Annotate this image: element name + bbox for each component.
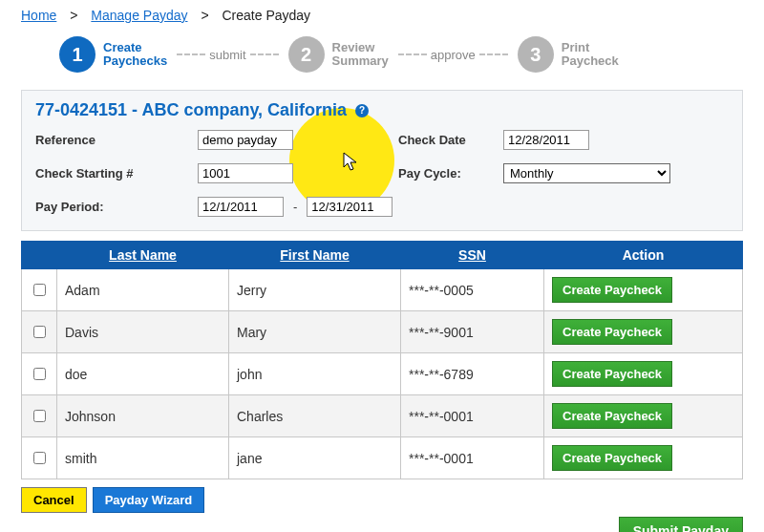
cell-first-name: Charles [229, 395, 401, 437]
check-starting-input[interactable] [198, 163, 293, 183]
cell-last-name: doe [57, 353, 229, 395]
employee-table: Last Name First Name SSN Action AdamJerr… [21, 241, 743, 479]
wizard-connector: submit [177, 48, 278, 62]
help-icon[interactable]: ? [355, 104, 369, 117]
cell-ssn: ***-**-0001 [401, 395, 544, 437]
breadcrumb: Home > Manage Payday > Create Payday [21, 8, 743, 23]
cell-first-name: jane [229, 437, 401, 479]
reference-input[interactable] [198, 130, 293, 150]
breadcrumb-home[interactable]: Home [21, 8, 56, 23]
create-paycheck-button[interactable]: Create Paycheck [552, 403, 672, 429]
row-checkbox[interactable] [33, 410, 46, 422]
wizard-step-create: 1 Create Paychecks [59, 36, 167, 73]
pay-period-from-input[interactable] [198, 197, 284, 217]
cell-last-name: Adam [57, 269, 229, 311]
cell-last-name: Johnson [57, 395, 229, 437]
header-first-name[interactable]: First Name [280, 247, 349, 263]
create-paycheck-button[interactable]: Create Paycheck [552, 361, 672, 387]
submit-payday-button[interactable]: Submit Payday [619, 517, 743, 532]
label-check-date: Check Date [398, 133, 503, 147]
cell-last-name: Davis [57, 311, 229, 353]
label-reference: Reference [35, 133, 198, 147]
cell-last-name: smith [57, 437, 229, 479]
row-checkbox[interactable] [33, 284, 46, 296]
label-pay-period: Pay Period: [35, 200, 198, 214]
check-date-input[interactable] [503, 130, 589, 150]
cell-first-name: john [229, 353, 401, 395]
payday-form-panel: 77-0424151 - ABC company, California ? R… [21, 90, 743, 231]
cell-first-name: Mary [229, 311, 401, 353]
cell-ssn: ***-**-9001 [401, 311, 544, 353]
cell-first-name: Jerry [229, 269, 401, 311]
header-ssn[interactable]: SSN [458, 247, 486, 263]
row-checkbox[interactable] [33, 452, 46, 464]
create-paycheck-button[interactable]: Create Paycheck [552, 445, 672, 471]
chevron-right-icon: > [70, 8, 77, 23]
chevron-right-icon: > [201, 8, 208, 23]
table-row: AdamJerry***-**-0005Create Paycheck [22, 269, 743, 311]
pay-period-to-input[interactable] [307, 197, 393, 217]
wizard-step-print: 3 Print Paycheck [518, 36, 619, 73]
pay-cycle-select[interactable]: Monthly [503, 163, 670, 183]
row-checkbox[interactable] [33, 368, 46, 380]
header-last-name[interactable]: Last Name [109, 247, 177, 263]
table-row: doejohn***-**-6789Create Paycheck [22, 353, 743, 395]
company-title: 77-0424151 - ABC company, California [35, 100, 347, 119]
cell-ssn: ***-**-0005 [401, 269, 544, 311]
create-paycheck-button[interactable]: Create Paycheck [552, 277, 672, 303]
step-number-icon: 2 [288, 36, 325, 73]
create-paycheck-button[interactable]: Create Paycheck [552, 319, 672, 345]
header-checkbox [22, 242, 57, 269]
breadcrumb-current: Create Payday [222, 8, 310, 23]
label-pay-cycle: Pay Cycle: [398, 166, 503, 181]
wizard-step-review: 2 Review Summary [288, 36, 389, 73]
table-row: DavisMary***-**-9001Create Paycheck [22, 311, 743, 353]
dash-separator: - [293, 200, 297, 214]
label-check-starting: Check Starting # [35, 166, 198, 181]
table-row: smithjane***-**-0001Create Paycheck [22, 437, 743, 479]
wizard-connector: approve [398, 48, 508, 62]
step-number-icon: 3 [518, 36, 554, 73]
cell-ssn: ***-**-6789 [401, 353, 544, 395]
row-checkbox[interactable] [33, 326, 46, 338]
progress-wizard: 1 Create Paychecks submit 2 Review Summa… [59, 36, 743, 73]
breadcrumb-manage-payday[interactable]: Manage Payday [91, 8, 187, 23]
payday-wizard-button[interactable]: Payday Wizard [93, 487, 205, 513]
cancel-button[interactable]: Cancel [21, 487, 87, 513]
header-action: Action [623, 247, 665, 263]
table-row: JohnsonCharles***-**-0001Create Paycheck [22, 395, 743, 437]
cell-ssn: ***-**-0001 [401, 437, 544, 479]
step-number-icon: 1 [59, 36, 96, 73]
